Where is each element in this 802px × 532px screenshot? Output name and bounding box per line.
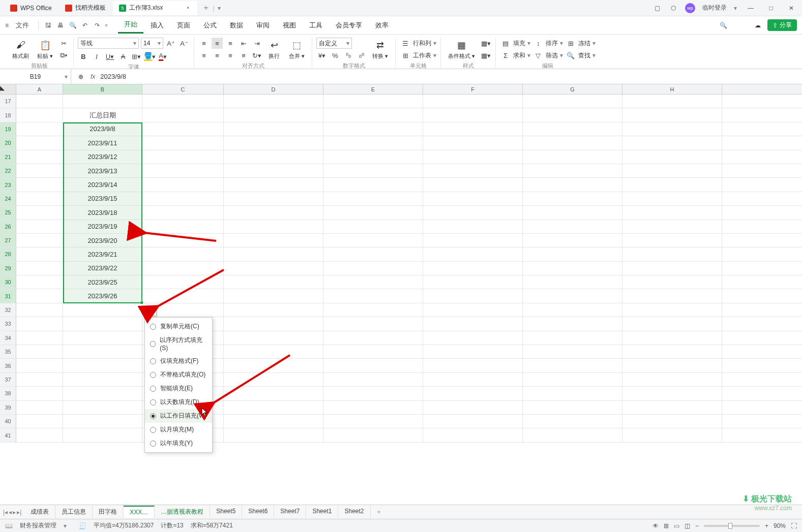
cell[interactable]: 2023/9/8 [63, 122, 142, 136]
cell[interactable] [224, 206, 323, 219]
cell[interactable] [323, 150, 423, 164]
row-header[interactable]: 31 [0, 289, 16, 302]
cell[interactable]: 2023/9/13 [63, 164, 142, 177]
align-middle-icon[interactable]: ≡ [212, 38, 223, 49]
cell[interactable] [142, 164, 224, 177]
cell[interactable] [523, 401, 622, 414]
cell[interactable] [423, 289, 523, 302]
cell[interactable] [622, 275, 722, 289]
cell[interactable] [423, 373, 523, 386]
cell[interactable] [523, 136, 622, 149]
cell[interactable] [523, 234, 622, 247]
cell[interactable] [523, 262, 622, 275]
close-button[interactable]: ✕ [785, 2, 798, 15]
reading-view-icon[interactable]: ◫ [685, 522, 690, 529]
sort-icon[interactable]: ↕ [532, 38, 544, 49]
cell[interactable] [323, 359, 423, 372]
sheet-tab[interactable]: Sheet1 [306, 506, 338, 518]
cell[interactable] [224, 247, 323, 261]
row-header[interactable]: 30 [0, 275, 16, 289]
cell[interactable] [224, 164, 323, 177]
cell[interactable] [16, 387, 63, 400]
filter-icon[interactable]: ▽ [532, 50, 544, 61]
row-header[interactable]: 39 [0, 401, 16, 414]
cell[interactable] [16, 150, 63, 164]
row-header[interactable]: 21 [0, 150, 16, 164]
row-header[interactable]: 25 [0, 206, 16, 219]
col-header[interactable]: B [63, 84, 142, 94]
cell[interactable]: 汇总日期 [63, 108, 142, 121]
cell[interactable] [622, 415, 722, 428]
cell[interactable] [63, 345, 142, 358]
cell[interactable] [16, 373, 63, 386]
col-header[interactable]: G [523, 84, 622, 94]
zoom-out-button[interactable]: − [695, 522, 699, 529]
cell[interactable] [63, 95, 142, 108]
cell[interactable] [523, 289, 622, 302]
cell[interactable] [423, 331, 523, 345]
cell[interactable] [323, 289, 423, 302]
menu-tab-1[interactable]: 插入 [144, 18, 170, 33]
tabs-dropdown-icon[interactable]: ▾ [218, 5, 221, 12]
row-header[interactable]: 24 [0, 192, 16, 205]
crosshair-icon[interactable]: ⊕ [76, 72, 85, 81]
sheet-tab[interactable]: Sheet6 [242, 506, 274, 518]
menu-icon[interactable]: ≡ [5, 22, 9, 29]
cell[interactable] [622, 178, 722, 191]
cell[interactable] [224, 262, 323, 275]
col-header[interactable]: H [622, 84, 722, 94]
cell[interactable] [224, 220, 323, 233]
zoom-in-button[interactable]: + [765, 522, 768, 529]
cell[interactable] [224, 108, 323, 121]
sheet-tab[interactable]: Sheet5 [210, 506, 242, 518]
cell[interactable] [523, 220, 622, 233]
cell[interactable] [323, 206, 423, 219]
cell[interactable] [16, 220, 63, 233]
cell[interactable]: 2023/9/21 [63, 247, 142, 261]
sheet-tab[interactable]: Sheet7 [274, 506, 306, 518]
tab-wps-home[interactable]: WPS Office [4, 1, 58, 15]
cell[interactable] [142, 275, 224, 289]
cell[interactable] [423, 428, 523, 442]
cell-style-icon[interactable]: ▦▾ [480, 50, 491, 61]
row-col-icon[interactable]: ☰ [400, 38, 411, 49]
row-header[interactable]: 26 [0, 220, 16, 233]
chevron-down-icon[interactable]: ▾ [65, 73, 68, 80]
align-bottom-icon[interactable]: ≡ [225, 38, 236, 49]
autofill-option[interactable]: 复制单元格(C) [145, 320, 212, 333]
row-header[interactable]: 32 [0, 303, 16, 317]
chevron-down-icon[interactable]: ▾ [734, 5, 737, 12]
sheet-tab[interactable]: …据透视表教程 [155, 506, 210, 518]
cell[interactable] [16, 122, 63, 136]
cell[interactable] [16, 234, 63, 247]
cell[interactable] [523, 373, 622, 386]
col-header[interactable]: F [423, 84, 523, 94]
col-header[interactable]: C [142, 84, 224, 94]
cell[interactable] [622, 220, 722, 233]
cell[interactable] [423, 303, 523, 317]
sheet-tab[interactable]: 田字格 [93, 506, 124, 518]
table-style-icon[interactable]: ▦▾ [480, 38, 491, 49]
cell[interactable] [323, 247, 423, 261]
cell[interactable] [423, 206, 523, 219]
menu-tab-0[interactable]: 开始 [118, 17, 143, 34]
formula-input[interactable]: 2023/9/8 [100, 73, 126, 80]
bold-icon[interactable]: B [78, 51, 89, 62]
cell[interactable]: 2023/9/26 [63, 289, 142, 302]
tab-add[interactable]: ＋ [202, 5, 210, 12]
wrap-text-button[interactable]: ↩换行 [264, 38, 284, 61]
cell[interactable]: 2023/9/18 [63, 206, 142, 219]
cell[interactable] [16, 331, 63, 345]
cell[interactable] [323, 303, 423, 317]
cell[interactable] [16, 95, 63, 108]
shrink-font-icon[interactable]: A⁻ [179, 38, 190, 49]
cell[interactable] [622, 317, 722, 330]
cell[interactable] [622, 192, 722, 205]
percent-icon[interactable]: % [330, 50, 341, 61]
justify-icon[interactable]: ≡ [238, 50, 249, 61]
cell[interactable] [622, 136, 722, 149]
row-header[interactable]: 22 [0, 164, 16, 177]
cell[interactable] [423, 108, 523, 121]
currency-icon[interactable]: ¥▾ [316, 50, 328, 61]
menu-tab-2[interactable]: 页面 [171, 18, 196, 33]
